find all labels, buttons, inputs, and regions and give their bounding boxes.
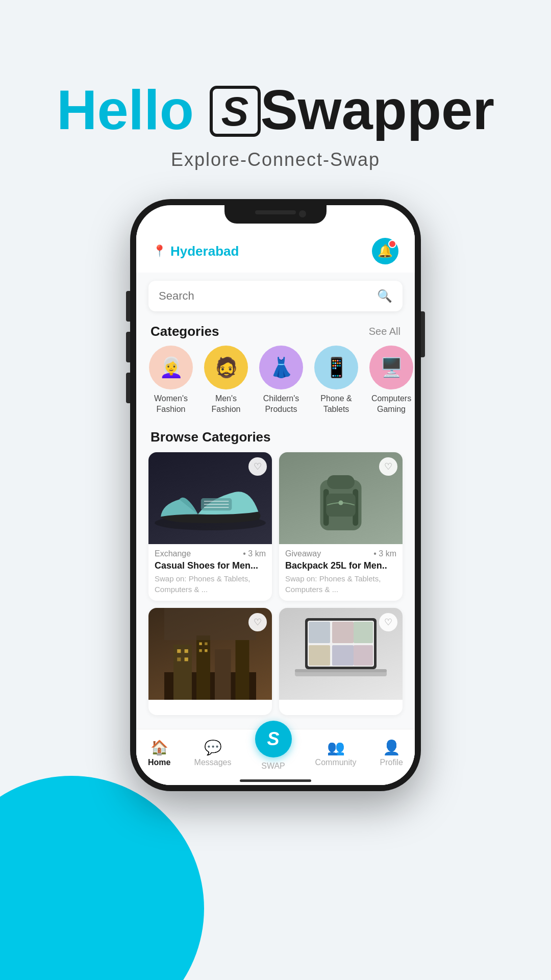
product-card-laptop[interactable]: ♡ xyxy=(279,608,403,715)
category-label-mens: Men'sFashion xyxy=(212,394,241,415)
category-phones-tablets[interactable]: 📱 Phone &Tablets xyxy=(314,346,359,415)
hero-section: Hello SSwapper Explore-Connect-Swap xyxy=(0,82,551,170)
svg-rect-15 xyxy=(236,640,249,700)
phone-screen: 📍 Hyderabad 🔔 🔍 Categories See xyxy=(136,205,415,785)
bottom-navigation: 🏠 Home 💬 Messages S SWAP 👥 xyxy=(136,729,415,785)
product-image-shoes: ♡ xyxy=(148,452,272,544)
category-womens-fashion[interactable]: 👩‍🦳 Women'sFashion xyxy=(148,346,193,415)
nav-item-profile[interactable]: 👤 Profile xyxy=(380,739,403,767)
product-image-city: ♡ xyxy=(148,608,272,700)
product-meta-shoes: Exchange • 3 km xyxy=(155,549,266,558)
svg-rect-19 xyxy=(185,657,188,661)
nav-label-messages: Messages xyxy=(194,758,232,767)
notch-camera xyxy=(299,210,306,217)
home-icon: 🏠 xyxy=(151,739,168,756)
nav-item-home[interactable]: 🏠 Home xyxy=(148,739,170,767)
svg-rect-27 xyxy=(309,622,330,643)
category-label-phones: Phone &Tablets xyxy=(320,394,352,415)
svg-rect-16 xyxy=(177,649,181,653)
category-label-childrens: Childern'sProducts xyxy=(263,394,299,415)
category-circle-womens: 👩‍🦳 xyxy=(149,346,193,389)
swap-logo-icon: S xyxy=(267,728,280,750)
wishlist-button-shoes[interactable]: ♡ xyxy=(248,457,267,476)
location-name: Hyderabad xyxy=(170,243,239,259)
product-type-shoes: Exchange xyxy=(155,549,191,558)
svg-rect-6 xyxy=(327,475,355,489)
nav-item-community[interactable]: 👥 Community xyxy=(315,739,357,767)
category-circle-computers: 🖥️ xyxy=(369,346,413,389)
category-circle-childrens: 👗 xyxy=(259,346,303,389)
profile-icon: 👤 xyxy=(383,739,400,756)
background-blob xyxy=(0,776,204,980)
see-all-button[interactable]: See All xyxy=(369,326,400,337)
phone-outer: 📍 Hyderabad 🔔 🔍 Categories See xyxy=(130,199,421,791)
product-swap-backpack: Swap on: Phones & Tablets, Computers & .… xyxy=(285,573,396,595)
svg-rect-30 xyxy=(309,645,330,666)
category-mens-fashion[interactable]: 🧔 Men'sFashion xyxy=(204,346,248,415)
svg-rect-28 xyxy=(332,622,354,643)
swap-fab-button[interactable]: S xyxy=(255,721,292,757)
nav-item-messages[interactable]: 💬 Messages xyxy=(194,739,232,767)
wishlist-button-backpack[interactable]: ♡ xyxy=(379,457,397,476)
phone-notch xyxy=(224,205,327,224)
hero-subtitle: Explore-Connect-Swap xyxy=(0,149,551,170)
s-logo: S xyxy=(210,86,261,137)
category-circle-mens: 🧔 xyxy=(204,346,248,389)
app-header: 📍 Hyderabad 🔔 xyxy=(136,224,415,273)
app-content: 📍 Hyderabad 🔔 🔍 Categories See xyxy=(136,224,415,785)
svg-rect-22 xyxy=(199,649,202,652)
product-type-backpack: Giveaway xyxy=(285,549,321,558)
browse-categories-header: Browse Categories xyxy=(136,423,415,452)
product-info-shoes: Exchange • 3 km Casual Shoes for Men... … xyxy=(148,544,272,601)
categories-title: Categories xyxy=(151,324,219,339)
product-info-backpack: Giveaway • 3 km Backpack 25L for Men.. S… xyxy=(279,544,403,601)
svg-rect-20 xyxy=(199,642,202,645)
search-bar[interactable]: 🔍 xyxy=(148,281,403,311)
svg-rect-18 xyxy=(177,657,181,661)
product-meta-backpack: Giveaway • 3 km xyxy=(285,549,396,558)
wishlist-button-city[interactable]: ♡ xyxy=(248,613,267,631)
hello-text: Hello xyxy=(57,78,194,141)
swapper-text: Swapper xyxy=(261,78,494,141)
product-card-backpack[interactable]: ♡ Giveaway • 3 km Backpack 25L for Men..… xyxy=(279,452,403,601)
svg-rect-17 xyxy=(185,649,188,653)
nav-label-home: Home xyxy=(148,758,170,767)
notification-button[interactable]: 🔔 xyxy=(372,238,398,264)
nav-label-community: Community xyxy=(315,758,357,767)
product-card-city[interactable]: ♡ xyxy=(148,608,272,715)
nav-item-swap[interactable]: S SWAP xyxy=(255,736,292,771)
categories-section-header: Categories See All xyxy=(136,320,415,346)
svg-rect-32 xyxy=(354,645,373,666)
location-pin-icon: 📍 xyxy=(153,244,166,258)
product-distance-backpack: • 3 km xyxy=(373,549,396,558)
notification-badge xyxy=(388,240,396,248)
category-label-womens: Women'sFashion xyxy=(154,394,188,415)
category-childrens-products[interactable]: 👗 Childern'sProducts xyxy=(259,346,304,415)
product-image-laptop: ♡ xyxy=(279,608,403,700)
nav-label-swap: SWAP xyxy=(261,762,285,771)
search-input[interactable] xyxy=(159,289,377,303)
messages-icon: 💬 xyxy=(204,739,222,756)
svg-rect-34 xyxy=(295,669,387,672)
svg-rect-13 xyxy=(196,635,210,700)
categories-scroll: 👩‍🦳 Women'sFashion 🧔 Men'sFashion xyxy=(136,346,415,423)
product-swap-shoes: Swap on: Phones & Tablets, Computers & .… xyxy=(155,573,266,595)
location-row: 📍 Hyderabad xyxy=(153,243,239,259)
notch-speaker xyxy=(255,210,296,214)
home-indicator xyxy=(240,779,311,782)
svg-rect-21 xyxy=(205,642,207,645)
svg-point-10 xyxy=(339,500,343,505)
product-grid: ♡ Exchange • 3 km Casual Shoes for Men..… xyxy=(136,452,415,715)
product-card-shoes[interactable]: ♡ Exchange • 3 km Casual Shoes for Men..… xyxy=(148,452,272,601)
wishlist-button-laptop[interactable]: ♡ xyxy=(379,613,397,631)
category-computers-gaming[interactable]: 🖥️ ComputersGaming xyxy=(369,346,414,415)
search-icon: 🔍 xyxy=(377,289,392,303)
svg-rect-31 xyxy=(332,645,354,666)
product-info-city xyxy=(148,700,272,715)
svg-rect-29 xyxy=(354,622,373,643)
category-label-computers: ComputersGaming xyxy=(371,394,411,415)
svg-rect-12 xyxy=(173,645,192,700)
browse-title: Browse Categories xyxy=(151,429,271,445)
phone-mockup: 📍 Hyderabad 🔔 🔍 Categories See xyxy=(130,199,421,791)
category-circle-phones: 📱 xyxy=(314,346,358,389)
